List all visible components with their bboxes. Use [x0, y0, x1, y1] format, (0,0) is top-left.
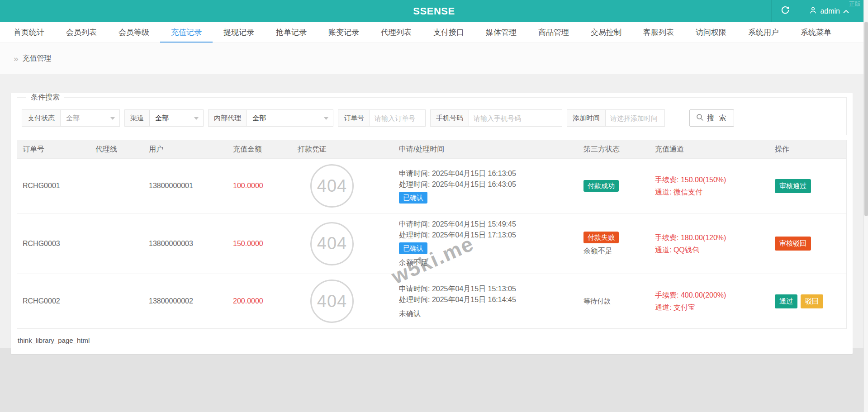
tab-14[interactable]: 系统用户: [737, 22, 790, 43]
recharge-table: 订单号 代理线 用户 充值金额 打款凭证 申请/处理时间 第三方状态 充值通道 …: [17, 140, 847, 329]
refresh-button[interactable]: [772, 0, 799, 22]
cell-order-no: RCHG0001: [17, 176, 90, 195]
table-header: 订单号 代理线 用户 充值金额 打款凭证 申请/处理时间 第三方状态 充值通道 …: [17, 140, 846, 158]
search-button[interactable]: 搜 索: [689, 109, 734, 127]
cell-times: 申请时间: 2025年04月15日 16:13:05 处理时间: 2025年04…: [394, 163, 578, 209]
filter-label: 添加时间: [567, 110, 606, 126]
content-area: 条件搜索 支付状态 全部 渠道 全部 内部: [0, 74, 868, 348]
table-row: RCHG0002 13800000002 200.0000 404 申请时间: …: [17, 274, 846, 328]
tab-3[interactable]: 充值记录: [160, 22, 213, 43]
footer-note: think_library_page_html: [18, 336, 846, 344]
channel-select[interactable]: 全部: [150, 110, 203, 126]
breadcrumb: 充值管理: [23, 54, 52, 63]
action-button[interactable]: 通过: [775, 294, 797, 308]
tab-12[interactable]: 客服列表: [632, 22, 685, 43]
actions-cell: 审核通过: [769, 174, 846, 199]
cell-user: 13800000001: [143, 176, 228, 195]
cell-order-no: RCHG0002: [17, 292, 90, 311]
tab-6[interactable]: 账变记录: [318, 22, 370, 43]
col-order-no: 订单号: [17, 145, 90, 154]
cell-voucher: 404: [292, 217, 394, 271]
confirm-badge[interactable]: 已确认: [399, 192, 427, 204]
caret-down-icon: [110, 117, 115, 120]
add-time-input[interactable]: [606, 110, 664, 126]
select-value: 全部: [66, 114, 80, 123]
table-row: RCHG0003 13800000003 150.0000 404 申请时间: …: [17, 213, 846, 274]
scrollbar[interactable]: [863, 0, 868, 412]
breadcrumb-bar: » 充值管理: [0, 43, 868, 74]
tab-11[interactable]: 交易控制: [580, 22, 632, 43]
tab-2[interactable]: 会员等级: [108, 22, 160, 43]
cell-amount: 100.0000: [228, 176, 292, 195]
table-body: RCHG0001 13800000001 100.0000 404 申请时间: …: [17, 158, 846, 328]
voucher-404-image[interactable]: 404: [310, 279, 354, 323]
tab-9[interactable]: 媒体管理: [475, 22, 527, 43]
fee-text: 手续费: 400.00(200%): [655, 289, 767, 301]
actions-cell: 审核驳回: [769, 231, 846, 256]
select-value: 全部: [155, 114, 169, 123]
pay-status-select[interactable]: 全部: [61, 110, 119, 126]
tab-15[interactable]: 系统菜单: [790, 22, 842, 43]
search-legend: 条件搜索: [26, 93, 64, 102]
refresh-icon: [781, 6, 790, 16]
channel-text: 通道: 微信支付: [655, 186, 767, 198]
tab-5[interactable]: 抢单记录: [265, 22, 318, 43]
recharge-card: 条件搜索 支付状态 全部 渠道 全部 内部: [11, 93, 853, 354]
voucher-404-image[interactable]: 404: [310, 222, 354, 265]
col-actions: 操作: [769, 145, 846, 154]
user-menu[interactable]: admin: [799, 0, 855, 22]
tab-13[interactable]: 访问权限: [685, 22, 737, 43]
top-bar: 正版 SSENSE admin: [0, 0, 868, 22]
cell-amount: 150.0000: [228, 234, 292, 253]
action-button[interactable]: 审核通过: [775, 179, 811, 193]
tab-7[interactable]: 代理列表: [370, 22, 422, 43]
cell-agent-line: [90, 180, 143, 191]
tab-10[interactable]: 商品管理: [527, 22, 580, 43]
voucher-404-image[interactable]: 404: [310, 164, 354, 208]
col-voucher: 打款凭证: [292, 145, 394, 154]
cell-times: 申请时间: 2025年04月15日 15:49:45 处理时间: 2025年04…: [394, 213, 578, 274]
filter-row: 支付状态 全部 渠道 全部 内部代理 全部: [22, 109, 842, 127]
fee-text: 手续费: 180.00(120%): [655, 232, 767, 244]
tab-0[interactable]: 首页统计: [3, 22, 55, 43]
topbar-controls: admin: [771, 0, 868, 22]
cell-amount: 200.0000: [228, 292, 292, 311]
internal-agent-select[interactable]: 全部: [247, 110, 333, 126]
apply-time: 申请时间: 2025年04月15日 15:49:45: [399, 219, 575, 230]
caret-down-icon: [324, 117, 328, 120]
cell-voucher: 404: [292, 159, 394, 213]
scrollbar-thumb[interactable]: [864, 22, 868, 216]
filter-label: 渠道: [125, 110, 150, 126]
confirm-badge[interactable]: 已确认: [399, 242, 427, 254]
cell-channel: 手续费: 180.00(120%) 通道: QQ钱包: [650, 226, 769, 261]
action-button[interactable]: 审核驳回: [775, 237, 811, 251]
third-status-badge: 付款成功: [583, 180, 619, 192]
apply-time: 申请时间: 2025年04月15日 16:13:05: [399, 168, 575, 179]
phone-input[interactable]: [469, 110, 562, 126]
filter-add-time: 添加时间: [567, 109, 665, 127]
confirm-note: 余额不足: [399, 257, 575, 268]
order-no-input[interactable]: [370, 110, 425, 126]
cell-agent-line: [90, 296, 143, 307]
caret-down-icon: [194, 117, 199, 120]
tab-1[interactable]: 会员列表: [55, 22, 108, 43]
filter-phone: 手机号码: [430, 109, 562, 127]
cell-channel: 手续费: 400.00(200%) 通道: 支付宝: [650, 284, 769, 319]
filter-internal-agent: 内部代理 全部: [208, 109, 333, 127]
breadcrumb-chevrons-icon: »: [14, 54, 19, 63]
col-amount: 充值金额: [228, 145, 292, 154]
apply-time: 申请时间: 2025年04月15日 15:13:05: [399, 284, 575, 294]
process-time: 处理时间: 2025年04月15日 16:43:05: [399, 179, 575, 190]
action-button[interactable]: 驳回: [801, 294, 823, 308]
chevron-up-icon: [843, 7, 849, 15]
filter-order-no: 订单号: [338, 109, 426, 127]
tab-4[interactable]: 提现记录: [213, 22, 265, 43]
filter-label: 手机号码: [431, 110, 469, 126]
channel-text: 通道: 支付宝: [655, 301, 767, 313]
cell-user: 13800000003: [143, 234, 228, 253]
channel-text: 通道: QQ钱包: [655, 244, 767, 256]
fee-text: 手续费: 150.00(150%): [655, 174, 767, 186]
filter-channel: 渠道 全部: [124, 109, 204, 127]
tab-8[interactable]: 支付接口: [422, 22, 475, 43]
filter-label: 订单号: [338, 110, 370, 126]
